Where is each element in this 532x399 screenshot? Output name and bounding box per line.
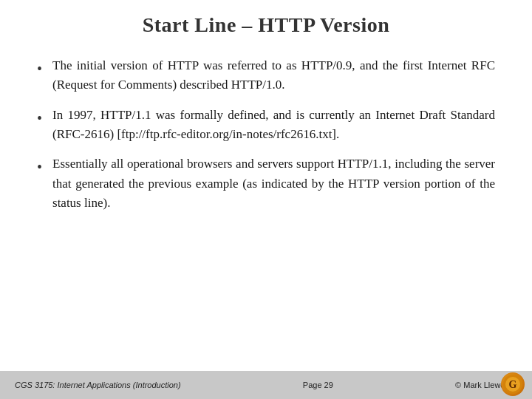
title-bar: Start Line – HTTP Version: [0, 0, 532, 44]
logo: G: [501, 372, 525, 396]
bullet-text-1: The initial version of HTTP was referred…: [52, 56, 495, 95]
bullet-item-2: • In 1997, HTTP/1.1 was formally defined…: [37, 106, 495, 145]
logo-icon: G: [502, 374, 523, 395]
slide: Start Line – HTTP Version • The initial …: [0, 0, 532, 399]
bullet-dot-3: •: [37, 156, 42, 178]
bullet-dot-2: •: [37, 107, 42, 129]
logo-circle: G: [501, 372, 525, 396]
slide-title: Start Line – HTTP Version: [143, 13, 390, 36]
svg-text:G: G: [509, 379, 517, 390]
bullet-dot-1: •: [37, 58, 42, 80]
content-area: • The initial version of HTTP was referr…: [0, 44, 532, 371]
bullet-item-1: • The initial version of HTTP was referr…: [37, 56, 495, 95]
bullet-text-2: In 1997, HTTP/1.1 was formally defined, …: [52, 106, 495, 145]
bullet-item-3: • Essentially all operational browsers a…: [37, 154, 495, 213]
footer-page: Page 29: [303, 381, 333, 389]
footer: CGS 3175: Internet Applications (Introdu…: [0, 371, 532, 399]
footer-course: CGS 3175: Internet Applications (Introdu…: [15, 381, 181, 389]
bullet-text-3: Essentially all operational browsers and…: [52, 154, 495, 213]
